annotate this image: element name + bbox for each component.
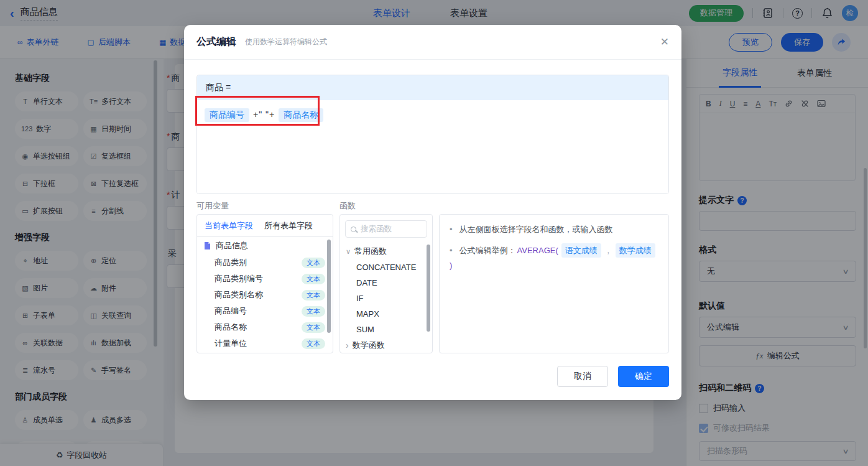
function-item[interactable]: SUM	[340, 322, 432, 337]
example-function-name: AVERAGE(	[517, 244, 558, 257]
formula-field-chip[interactable]: 商品名称	[279, 108, 323, 122]
function-group-label: 常用函数	[354, 246, 387, 257]
tab-current-form-fields[interactable]: 当前表单字段	[205, 220, 253, 231]
variables-label: 可用变量	[196, 200, 229, 212]
variable-row[interactable]: 计量单位 文本	[197, 335, 333, 352]
formula-operator: +" "+	[253, 108, 275, 119]
example-field-chip: 语文成绩	[561, 243, 601, 258]
variable-type-badge: 文本	[302, 290, 325, 301]
cancel-button[interactable]: 取消	[557, 366, 608, 387]
tab-all-form-fields[interactable]: 所有表单字段	[264, 220, 313, 231]
functions-label: 函数	[339, 200, 356, 212]
variable-name: 计量单位	[215, 338, 302, 349]
function-search-input[interactable]	[361, 225, 422, 233]
example-close-paren: )	[450, 259, 452, 272]
function-groups-collapsed: 数学函数 文本函数	[340, 337, 432, 353]
modal-subtitle: 使用数学运算符编辑公式	[245, 37, 327, 47]
functions-scrollbar[interactable]	[427, 245, 430, 332]
variables-panel: 当前表单字段 所有表单字段 商品信息 商品类别 文本 商品类别编号 文本	[196, 214, 333, 353]
example-comma: ，	[604, 244, 612, 257]
variables-scrollbar[interactable]	[327, 240, 331, 333]
functions-panel: 常用函数 CONCATENATE DATE IF MAPX SUM	[339, 214, 433, 353]
variable-name: 商品类别编号	[215, 273, 302, 284]
search-icon	[351, 226, 356, 232]
variable-name: 商品名称	[215, 322, 302, 333]
variable-name: 商品类别名称	[215, 289, 302, 301]
function-item[interactable]: IF	[340, 291, 432, 306]
variables-list: 商品类别 文本 商品类别编号 文本 商品类别名称 文本 商品编号	[197, 254, 333, 352]
formula-editor[interactable]: 商品编号 +" "+ 商品名称	[197, 100, 668, 194]
help-line-2: 公式编辑举例： AVERAGE( 语文成绩 ， 数学成绩 )	[450, 243, 658, 272]
formula-edit-modal: 公式编辑 使用数学运算符编辑公式 ✕ 商品 = 商品编号 +" "+ 商品名称 …	[184, 25, 681, 400]
variable-type-badge: 文本	[302, 338, 325, 349]
modal-header: 公式编辑 使用数学运算符编辑公式 ✕	[184, 25, 681, 60]
variables-tabs: 当前表单字段 所有表单字段	[197, 215, 333, 237]
formula-field-chip[interactable]: 商品编号	[205, 108, 249, 122]
variable-row[interactable]: 商品编号 文本	[197, 303, 333, 319]
variable-type-badge: 文本	[302, 306, 325, 317]
function-group[interactable]: 数学函数	[340, 337, 432, 353]
formula-target: 商品 =	[197, 75, 668, 100]
variable-row[interactable]: 商品名称 文本	[197, 319, 333, 335]
close-icon[interactable]: ✕	[660, 37, 669, 47]
variable-type-badge: 文本	[302, 322, 325, 333]
function-group-label: 数学函数	[353, 340, 385, 351]
modal-title: 公式编辑	[196, 35, 236, 49]
formula-help-panel: 从左侧面板选择字段名和函数，或输入函数 公式编辑举例： AVERAGE( 语文成…	[439, 214, 669, 353]
variables-folder[interactable]: 商品信息	[197, 237, 333, 254]
variable-row[interactable]: 商品类别 文本	[197, 254, 333, 271]
variable-type-badge: 文本	[302, 258, 325, 268]
formula-editor-box: 商品 = 商品编号 +" "+ 商品名称	[196, 75, 669, 194]
variable-name: 商品类别	[215, 257, 302, 268]
variable-row[interactable]: 商品类别名称 文本	[197, 287, 333, 303]
chevron-down-icon	[346, 248, 351, 256]
function-item[interactable]: DATE	[340, 275, 432, 291]
help-line-1: 从左侧面板选择字段名和函数，或输入函数	[450, 223, 658, 236]
function-list: CONCATENATE DATE IF MAPX SUM	[340, 259, 432, 337]
function-group-common[interactable]: 常用函数	[340, 243, 432, 259]
function-item[interactable]: MAPX	[340, 306, 432, 322]
document-icon	[203, 241, 211, 250]
example-field-chip: 数学成绩	[616, 243, 655, 258]
confirm-button[interactable]: 确定	[618, 366, 669, 387]
variables-folder-label: 商品信息	[216, 240, 248, 251]
chevron-right-icon	[346, 340, 349, 350]
variable-type-badge: 文本	[302, 274, 325, 284]
variable-name: 商品编号	[215, 305, 302, 317]
app-root: ‹ 商品信息 表单设计 表单设置 数据管理 ? 检 ∞	[0, 0, 868, 466]
function-item[interactable]: CONCATENATE	[340, 259, 432, 275]
function-search	[345, 220, 427, 238]
variable-row[interactable]: 商品类别编号 文本	[197, 271, 333, 287]
